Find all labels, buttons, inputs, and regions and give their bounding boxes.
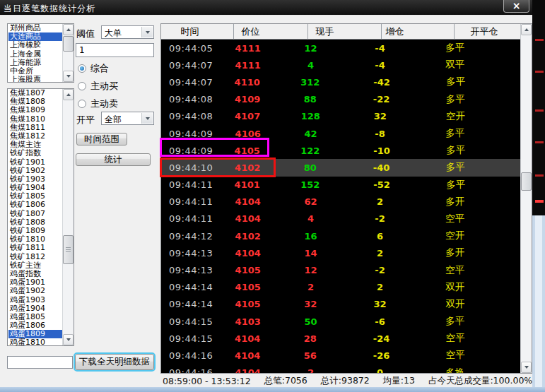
cell-delta: 6 bbox=[374, 231, 446, 242]
contract-item[interactable]: 焦煤1810 bbox=[8, 115, 62, 124]
exchange-item[interactable]: 上海橡胶 bbox=[8, 41, 62, 49]
column-header-time[interactable]: 时间 bbox=[161, 24, 234, 40]
cell-price: 4111 bbox=[230, 43, 301, 54]
column-header-delta[interactable]: 增仓 bbox=[382, 24, 455, 40]
table-row[interactable]: 09:44:114104622多开 bbox=[161, 194, 520, 210]
cell-delta: -26 bbox=[373, 350, 446, 361]
cell-price: 4105 bbox=[229, 145, 300, 156]
contract-item[interactable]: 鸡蛋1903 bbox=[8, 296, 62, 304]
contract-item[interactable]: 铁矿指数 bbox=[8, 149, 62, 158]
exchange-item[interactable]: 上海股票 bbox=[8, 76, 62, 82]
cell-delta: -42 bbox=[373, 77, 446, 88]
contract-scrollbar[interactable] bbox=[62, 89, 74, 345]
table-row[interactable]: 09:44:10410280-40多平 bbox=[161, 159, 520, 176]
table-row[interactable]: 09:44:14410522双开 bbox=[161, 279, 520, 296]
cell-delta: -52 bbox=[373, 179, 446, 190]
cell-delta: 32 bbox=[374, 111, 446, 121]
table-row[interactable]: 09:44:08410712832空开 bbox=[161, 108, 520, 125]
dropdown-arrow-box[interactable] bbox=[141, 27, 153, 37]
table-row[interactable]: 09:44:08410988-22多平 bbox=[161, 91, 520, 108]
cell-delta: 32 bbox=[373, 299, 445, 309]
status-total-ticks: 总笔:7056 bbox=[264, 375, 307, 387]
cell-delta: -22 bbox=[373, 94, 446, 105]
table-row[interactable]: 09:44:13410512-2空平 bbox=[161, 261, 520, 278]
exchange-listbox[interactable]: 郑州商品大连商品上海橡胶上海金属上海能源中金所上海股票 bbox=[7, 23, 74, 83]
scroll-down-button[interactable] bbox=[521, 362, 532, 373]
cell-price: 4104 bbox=[230, 248, 301, 259]
cell-volume: 16 bbox=[301, 231, 373, 242]
table-row[interactable]: 09:44:074110312-42多平 bbox=[161, 73, 520, 90]
table-row[interactable]: 09:44:15410350-6多平 bbox=[161, 313, 520, 330]
cell-delta: -2 bbox=[374, 265, 446, 275]
cell-volume: 56 bbox=[301, 350, 373, 361]
threshold-select-value: 大单 bbox=[105, 28, 122, 40]
scrollbar-thumb[interactable] bbox=[63, 235, 74, 264]
stats-button[interactable]: 统计 bbox=[76, 153, 151, 166]
cell-time: 09:44:15 bbox=[161, 316, 230, 327]
close-icon: × bbox=[512, 0, 521, 11]
cell-action: 多平 bbox=[446, 93, 520, 106]
contract-item[interactable]: 铁矿1901 bbox=[8, 158, 62, 167]
contract-item[interactable]: 铁矿1806 bbox=[8, 201, 62, 209]
exchange-scrollbar[interactable] bbox=[62, 24, 74, 82]
contract-item[interactable]: 焦煤1809 bbox=[8, 106, 62, 114]
bottom-input[interactable] bbox=[7, 356, 73, 369]
table-scrollbar[interactable] bbox=[520, 24, 532, 373]
table-row[interactable]: 09:44:124102166空开 bbox=[161, 227, 520, 244]
cell-volume: 2 bbox=[301, 367, 373, 373]
table-row[interactable]: 09:44:094105122-10多平 bbox=[161, 142, 520, 159]
table-row[interactable]: 09:44:134104142多开 bbox=[161, 244, 520, 261]
window-bottom-edge bbox=[0, 387, 545, 392]
cell-action: 多平 bbox=[446, 161, 520, 174]
table-row[interactable]: 09:44:1141044-2空平 bbox=[161, 210, 520, 227]
scroll-up-button[interactable] bbox=[63, 24, 74, 35]
threshold-input[interactable] bbox=[76, 43, 154, 57]
download-button[interactable]: 下载全天明细数据 bbox=[75, 354, 154, 370]
table-row[interactable]: 09:44:16410456-26空平 bbox=[161, 347, 520, 364]
radio-active-buy[interactable]: 主动买 bbox=[78, 81, 118, 91]
radio-active-sell[interactable]: 主动卖 bbox=[78, 99, 118, 109]
column-header-price[interactable]: 价位 bbox=[234, 24, 308, 40]
contract-item[interactable]: 铁矿1812 bbox=[8, 253, 62, 261]
tick-analysis-dialog: 当日逐笔数据统计分析 × 郑州商品大连商品上海橡胶上海金属上海能源中金所上海股票… bbox=[0, 0, 532, 387]
table-row[interactable]: 09:44:05411112-4多平 bbox=[161, 40, 520, 57]
cell-price: 4109 bbox=[230, 94, 301, 105]
cell-time: 09:44:07 bbox=[161, 60, 230, 71]
scroll-down-button[interactable] bbox=[63, 334, 74, 345]
open-close-select[interactable]: 全部 bbox=[101, 112, 154, 125]
cell-action: 空开 bbox=[446, 110, 520, 123]
title-bar[interactable]: 当日逐笔数据统计分析 × bbox=[0, 0, 532, 16]
contract-listbox[interactable]: 焦煤1807焦煤1808焦煤1809焦煤1810焦煤1811焦煤1812焦煤主连… bbox=[7, 88, 74, 346]
cell-price: 4110 bbox=[229, 77, 300, 88]
contract-item[interactable]: 鸡蛋1810 bbox=[8, 338, 62, 345]
cell-price: 4104 bbox=[230, 196, 301, 207]
scrollbar-thumb[interactable] bbox=[521, 172, 532, 191]
cell-delta: -24 bbox=[373, 333, 446, 344]
exchange-item[interactable]: 上海金属 bbox=[8, 50, 62, 59]
table-row[interactable]: 09:44:16410420多换 bbox=[161, 364, 520, 373]
contract-item[interactable]: 铁矿1811 bbox=[8, 244, 62, 252]
dropdown-arrow-box[interactable] bbox=[141, 113, 153, 124]
cell-volume: 128 bbox=[301, 111, 374, 121]
status-total-volume: 总计:93872 bbox=[321, 375, 370, 387]
scroll-up-button[interactable] bbox=[521, 24, 532, 35]
radio-icon bbox=[78, 82, 86, 90]
radio-composite[interactable]: 综合 bbox=[78, 64, 109, 73]
column-header-volume[interactable]: 现手 bbox=[308, 24, 382, 40]
table-row[interactable]: 09:44:15410428-24空平 bbox=[161, 330, 520, 347]
radio-icon bbox=[78, 100, 86, 108]
cell-price: 4101 bbox=[229, 179, 300, 190]
contract-item[interactable]: 鸡蛋1902 bbox=[8, 287, 62, 295]
scrollbar-thumb[interactable] bbox=[63, 36, 74, 52]
time-range-button[interactable]: 时间范围 bbox=[76, 133, 127, 145]
table-row[interactable]: 09:44:1441053232双开 bbox=[161, 296, 520, 313]
table-row[interactable]: 09:44:114101152-52多平 bbox=[161, 177, 520, 194]
contract-item[interactable]: 铁矿1807 bbox=[8, 210, 62, 218]
scroll-up-button[interactable] bbox=[63, 89, 74, 100]
scroll-down-button[interactable] bbox=[63, 71, 74, 82]
close-button[interactable]: × bbox=[503, 0, 529, 13]
table-row[interactable]: 09:44:0741114-4双平 bbox=[161, 57, 520, 73]
chart-tick bbox=[535, 174, 544, 177]
table-row[interactable]: 09:44:09410642-8多平 bbox=[161, 125, 520, 142]
threshold-select[interactable]: 大单 bbox=[101, 25, 154, 39]
